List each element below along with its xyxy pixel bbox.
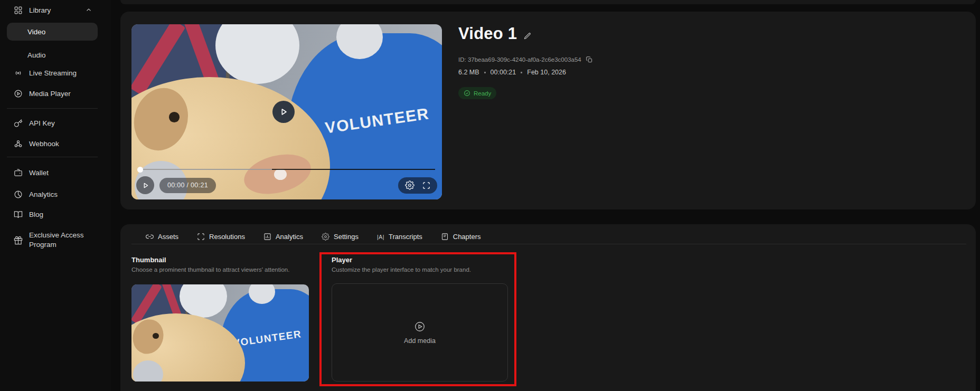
gear-icon — [322, 233, 329, 241]
fullscreen-button[interactable] — [422, 182, 430, 189]
video-detail-card: VOLUNTEER 00:00 / 00:21 — [120, 12, 976, 209]
play-icon — [279, 107, 288, 117]
video-info: Video 1 ID: 37beaa69-309c-4240-af0a-2c6e… — [458, 24, 593, 99]
section-title: Thumbnail — [131, 256, 289, 264]
thumbnail-preview[interactable]: VOLUNTEER — [131, 284, 309, 382]
tab-label: Chapters — [453, 233, 481, 241]
tabs-divider — [131, 244, 966, 244]
sidebar-item-api-key[interactable]: API Key — [7, 113, 98, 132]
created-date: Feb 10, 2026 — [527, 69, 566, 76]
sidebar-item-audio[interactable]: Audio — [7, 45, 98, 64]
sidebar-item-label: Analytics — [29, 190, 58, 198]
grid-icon — [14, 6, 23, 15]
sidebar-item-wallet[interactable]: Wallet — [7, 163, 98, 182]
status-label: Ready — [474, 90, 491, 97]
gear-icon — [405, 180, 414, 190]
chapters-icon — [441, 233, 449, 241]
time-display: 00:00 / 00:21 — [159, 178, 216, 193]
bar-chart-icon — [263, 233, 271, 241]
add-media-label: Add media — [404, 337, 436, 345]
play-button[interactable] — [136, 176, 154, 194]
chevron-up-icon[interactable] — [85, 6, 92, 14]
sidebar-item-library[interactable]: Library — [7, 1, 98, 20]
webhook-icon — [14, 139, 23, 148]
sidebar-item-label: Media Player — [29, 90, 71, 98]
sidebar-divider — [7, 108, 98, 109]
video-meta: 6.2 MB 00:00:21 Feb 10, 2026 — [458, 69, 593, 76]
video-player[interactable]: VOLUNTEER 00:00 / 00:21 — [131, 24, 442, 199]
sidebar-divider — [7, 157, 98, 157]
sidebar-item-label: Blog — [29, 211, 43, 218]
center-play-button[interactable] — [272, 101, 295, 123]
progress-bar[interactable] — [138, 169, 435, 170]
key-icon — [14, 119, 23, 128]
status-badge: Ready — [458, 87, 496, 99]
scrolled-card-fragment — [120, 0, 976, 4]
corners-icon — [197, 233, 205, 241]
check-circle-icon — [464, 90, 470, 97]
sidebar-item-webhook[interactable]: Webhook — [7, 134, 98, 153]
video-id: ID: 37beaa69-309c-4240-af0a-2c6e3c003a54 — [458, 56, 581, 63]
gift-icon — [14, 236, 23, 245]
copy-icon[interactable] — [586, 56, 593, 63]
sidebar-item-exclusive-access-program[interactable]: Exclusive Access Program — [7, 227, 98, 253]
meta-separator — [484, 72, 486, 73]
file-size: 6.2 MB — [458, 69, 479, 76]
video-settings-card: Assets Resolutions Analytics Settings |A… — [120, 224, 976, 391]
player-section-header: Player Customize the player interface to… — [332, 256, 471, 273]
photo-dog-eye — [169, 112, 180, 122]
tab-label: Analytics — [276, 233, 303, 241]
player-controls: 00:00 / 00:21 — [136, 176, 437, 194]
tab-assets[interactable]: Assets — [146, 230, 178, 244]
tab-chapters[interactable]: Chapters — [441, 230, 481, 244]
section-title: Player — [332, 256, 471, 264]
broadcast-icon — [14, 69, 23, 78]
tab-settings[interactable]: Settings — [322, 230, 359, 244]
sidebar-item-label: Wallet — [29, 169, 49, 177]
meta-separator — [521, 72, 522, 73]
sidebar-item-label: Webhook — [29, 140, 59, 148]
sidebar-item-label: Library — [29, 6, 51, 14]
fullscreen-icon — [422, 182, 430, 189]
section-description: Customize the player interface to match … — [332, 266, 471, 273]
sidebar-item-live-streaming[interactable]: Live Streaming — [7, 63, 98, 82]
tab-label: Settings — [334, 233, 359, 241]
sidebar-item-video[interactable]: Video — [7, 23, 98, 41]
progress-knob[interactable] — [137, 167, 143, 173]
tab-label: Assets — [158, 233, 178, 241]
sidebar-item-analytics[interactable]: Analytics — [7, 185, 98, 204]
edit-title-icon[interactable] — [523, 32, 531, 40]
tab-analytics[interactable]: Analytics — [263, 230, 303, 244]
sidebar-item-label: Exclusive Access Program — [29, 231, 91, 249]
play-circle-icon — [414, 321, 426, 332]
sidebar-item-label: Video — [27, 28, 45, 36]
sidebar-item-label: Live Streaming — [29, 69, 77, 77]
player-right-controls — [398, 177, 437, 194]
thumbnail-image: VOLUNTEER — [131, 284, 309, 382]
sidebar-item-media-player[interactable]: Media Player — [7, 84, 98, 103]
tab-label: Resolutions — [209, 233, 245, 241]
add-media-dropzone[interactable]: Add media — [332, 283, 508, 382]
section-description: Choose a prominent thumbnail to attract … — [131, 266, 289, 273]
tab-transcripts[interactable]: |A| Transcripts — [377, 230, 422, 244]
player-settings-button[interactable] — [405, 180, 414, 190]
sidebar-item-label: API Key — [29, 119, 55, 127]
sidebar-item-blog[interactable]: Blog — [7, 205, 98, 224]
thumbnail-section-header: Thumbnail Choose a prominent thumbnail t… — [131, 256, 289, 273]
transcript-icon: |A| — [377, 234, 384, 240]
sidebar: Library Video Audio Live Streaming Media… — [0, 0, 111, 391]
progress-buffered — [138, 169, 272, 170]
wallet-icon — [14, 168, 23, 177]
sidebar-item-label: Audio — [27, 51, 46, 59]
detail-tabs: Assets Resolutions Analytics Settings |A… — [146, 230, 481, 244]
book-icon — [14, 210, 23, 219]
link-icon — [146, 233, 154, 241]
tab-label: Transcripts — [389, 233, 422, 241]
tab-resolutions[interactable]: Resolutions — [197, 230, 245, 244]
play-circle-icon — [14, 89, 23, 98]
duration: 00:00:21 — [491, 69, 516, 76]
play-icon — [142, 182, 149, 189]
pie-chart-icon — [14, 190, 23, 199]
page-title: Video 1 — [458, 24, 517, 43]
